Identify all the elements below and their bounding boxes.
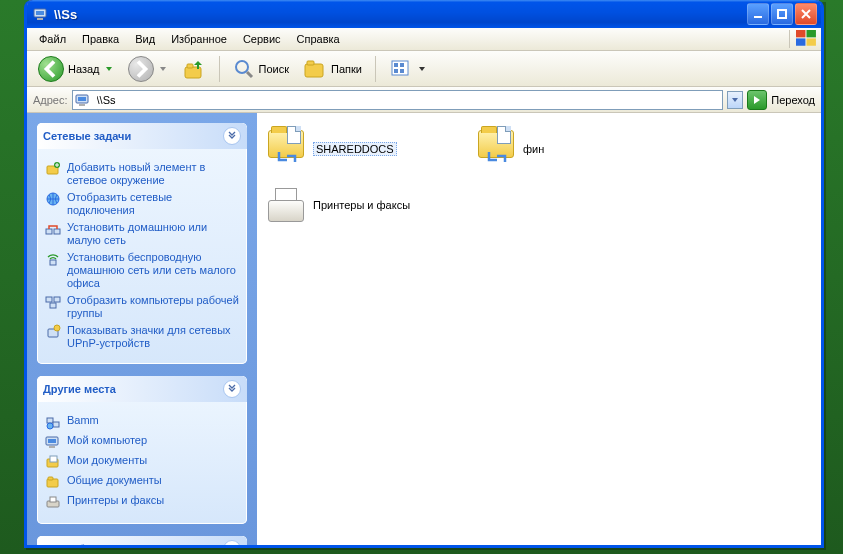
search-button[interactable]: Поиск: [228, 55, 294, 83]
svg-rect-17: [394, 69, 398, 73]
shared-folder-icon: [475, 128, 517, 170]
place-printers[interactable]: Принтеры и факсы: [45, 494, 239, 510]
titlebar[interactable]: \\Ss: [27, 0, 821, 28]
task-label: Общие документы: [67, 474, 162, 487]
place-my-documents[interactable]: Мои документы: [45, 454, 239, 470]
window-title: \\Ss: [54, 7, 747, 22]
shared-folder-icon: [265, 128, 307, 170]
toolbar: Назад Поиск Папки: [27, 51, 821, 87]
svg-rect-4: [778, 10, 786, 18]
task-label: Показывать значки для сетевых UPnP-устро…: [67, 324, 239, 350]
svg-rect-37: [48, 439, 56, 443]
network-icon: [45, 414, 61, 430]
address-field[interactable]: [72, 90, 724, 110]
item-label: фин: [523, 143, 544, 155]
collapse-button[interactable]: [223, 380, 241, 398]
task-view-workgroup[interactable]: Отобразить компьютеры рабочей группы: [45, 294, 239, 320]
chevron-down-icon[interactable]: [104, 64, 114, 74]
svg-rect-21: [79, 104, 85, 106]
task-network-connections[interactable]: Отобразить сетевые подключения: [45, 191, 239, 217]
task-label: Принтеры и факсы: [67, 494, 164, 507]
globe-icon: [45, 191, 61, 207]
svg-rect-34: [53, 422, 59, 427]
place-bamm[interactable]: Bamm: [45, 414, 239, 430]
task-label: Bamm: [67, 414, 99, 427]
toolbar-separator: [375, 56, 376, 82]
task-label: Мои документы: [67, 454, 147, 467]
place-shared-documents[interactable]: Общие документы: [45, 474, 239, 490]
svg-rect-33: [47, 418, 53, 423]
back-label: Назад: [68, 63, 100, 75]
windows-flag-icon: [789, 30, 817, 48]
task-label: Отобразить сетевые подключения: [67, 191, 239, 217]
panel-details: Подробно: [37, 536, 247, 545]
svg-rect-10: [187, 64, 193, 68]
folder-content[interactable]: SHAREDDOCS фин Принтеры и факсы: [257, 113, 821, 545]
go-button[interactable]: Переход: [747, 90, 815, 110]
task-setup-wireless[interactable]: Установить беспроводную домашнюю сеть ил…: [45, 251, 239, 290]
task-add-network-place[interactable]: Добавить новый элемент в сетевое окружен…: [45, 161, 239, 187]
address-dropdown-button[interactable]: [727, 91, 743, 109]
item-fin[interactable]: фин: [471, 121, 681, 177]
task-setup-home-network[interactable]: Установить домашнюю или малую сеть: [45, 221, 239, 247]
minimize-button[interactable]: [747, 3, 769, 25]
forward-button[interactable]: [123, 53, 173, 85]
svg-rect-13: [307, 61, 314, 65]
menu-tools[interactable]: Сервис: [235, 30, 289, 48]
menu-edit[interactable]: Правка: [74, 30, 127, 48]
svg-rect-30: [50, 303, 56, 308]
up-button[interactable]: [177, 54, 211, 84]
item-label: SHAREDDOCS: [313, 143, 397, 155]
svg-rect-3: [754, 16, 762, 18]
back-button[interactable]: Назад: [33, 53, 119, 85]
menu-fav[interactable]: Избранное: [163, 30, 235, 48]
svg-rect-8: [806, 38, 815, 45]
chevron-down-icon[interactable]: [417, 64, 427, 74]
network-place-icon: [45, 161, 61, 177]
panel-header[interactable]: Другие места: [37, 376, 247, 402]
panel-header[interactable]: Сетевые задачи: [37, 123, 247, 149]
svg-point-35: [47, 423, 53, 429]
collapse-button[interactable]: [223, 127, 241, 145]
views-button[interactable]: [384, 55, 432, 83]
desktop-right-strip: [825, 0, 843, 554]
network-setup-icon: [45, 221, 61, 237]
item-label: Принтеры и факсы: [313, 199, 410, 211]
svg-rect-15: [394, 63, 398, 67]
menubar: Файл Правка Вид Избранное Сервис Справка: [27, 28, 821, 51]
workgroup-icon: [45, 294, 61, 310]
panel-other-places: Другие места Bamm Мой компьютер: [37, 376, 247, 524]
svg-rect-42: [48, 477, 53, 480]
computer-icon: [75, 92, 91, 108]
close-button[interactable]: [795, 3, 817, 25]
expand-button[interactable]: [223, 540, 241, 545]
task-upnp-icons[interactable]: Показывать значки для сетевых UPnP-устро…: [45, 324, 239, 350]
svg-rect-12: [305, 64, 323, 77]
place-my-computer[interactable]: Мой компьютер: [45, 434, 239, 450]
maximize-button[interactable]: [771, 3, 793, 25]
item-printers[interactable]: Принтеры и факсы: [261, 177, 681, 233]
menu-help[interactable]: Справка: [289, 30, 348, 48]
panel-network-tasks: Сетевые задачи Добавить новый элемент в …: [37, 123, 247, 364]
chevron-down-icon[interactable]: [158, 64, 168, 74]
svg-rect-16: [400, 63, 404, 67]
toolbar-separator: [219, 56, 220, 82]
svg-rect-6: [806, 30, 815, 37]
item-shareddocs[interactable]: SHAREDDOCS: [261, 121, 471, 177]
panel-header[interactable]: Подробно: [37, 536, 247, 545]
menu-file[interactable]: Файл: [31, 30, 74, 48]
svg-rect-26: [54, 229, 60, 234]
folders-label: Папки: [331, 63, 362, 75]
svg-rect-25: [46, 229, 52, 234]
address-input[interactable]: [95, 93, 721, 107]
svg-rect-29: [54, 297, 60, 302]
svg-rect-38: [49, 446, 55, 448]
address-bar: Адрес: Переход: [27, 87, 821, 113]
search-label: Поиск: [259, 63, 289, 75]
folders-button[interactable]: Папки: [298, 55, 367, 83]
wireless-icon: [45, 251, 61, 267]
documents-icon: [45, 454, 61, 470]
menu-view[interactable]: Вид: [127, 30, 163, 48]
svg-rect-18: [400, 69, 404, 73]
shared-folder-icon: [45, 474, 61, 490]
